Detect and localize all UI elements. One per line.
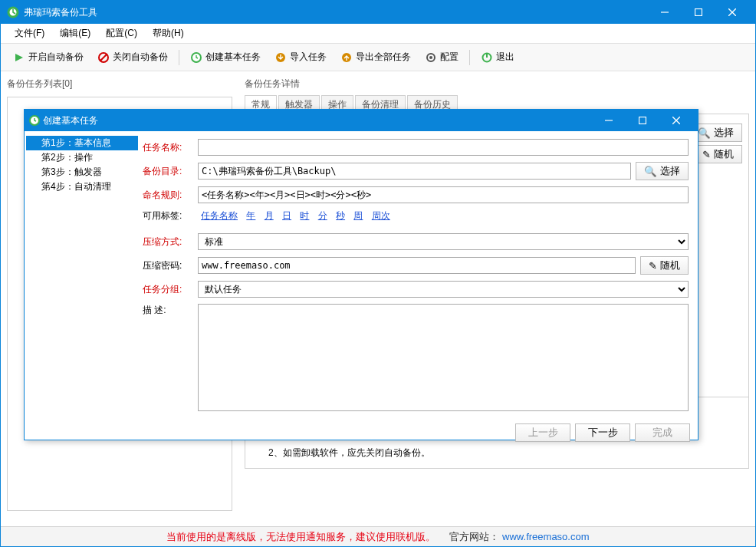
tbtn-label: 开启自动备份 — [28, 51, 84, 64]
prev-step-button[interactable]: 上一步 — [515, 423, 570, 442]
task-detail-header: 备份任务详情 — [245, 76, 749, 92]
edit-icon: ✎ — [649, 260, 657, 272]
tbtn-label: 配置 — [440, 51, 459, 64]
tag-hour[interactable]: 时 — [300, 210, 309, 221]
app-icon — [7, 6, 19, 18]
play-icon — [13, 51, 25, 64]
menu-edit[interactable]: 编辑(E) — [52, 25, 98, 42]
svg-rect-17 — [639, 117, 646, 124]
menubar: 文件(F) 编辑(E) 配置(C) 帮助(H) — [1, 24, 755, 44]
create-task-button[interactable]: 创建基本任务 — [184, 48, 267, 67]
naming-rule-label: 命名规则: — [143, 189, 193, 202]
browse-dir-button[interactable]: 🔍 选择 — [636, 162, 689, 180]
separator — [179, 50, 179, 65]
btn-label: 随机 — [660, 259, 680, 272]
task-group-select[interactable]: 默认任务 — [198, 281, 689, 298]
tag-weeknum[interactable]: 周次 — [372, 210, 390, 221]
dialog-minimize-button[interactable] — [592, 109, 626, 132]
offline-warning: 当前使用的是离线版，无法使用通知服务，建议使用联机版。 — [166, 530, 436, 544]
backup-dir-label: 备份目录: — [143, 165, 193, 178]
clock-icon — [190, 51, 202, 64]
svg-line-7 — [100, 54, 107, 61]
separator — [469, 50, 470, 65]
search-icon: 🔍 — [698, 127, 711, 139]
task-list-header: 备份任务列表[0] — [7, 76, 232, 92]
next-step-button[interactable]: 下一步 — [575, 423, 630, 442]
exit-icon — [481, 51, 493, 64]
dialog-title: 创建基本任务 — [43, 114, 592, 127]
create-task-dialog: 创建基本任务 第1步：基本信息 第2步：操作 第3步：触发器 第4步：自动清理 … — [24, 109, 698, 440]
btn-label: 随机 — [714, 147, 734, 161]
window-title: 弗瑞玛索备份工具 — [24, 6, 648, 19]
exit-button[interactable]: 退出 — [475, 48, 521, 67]
tag-taskname[interactable]: 任务名称 — [201, 210, 238, 221]
tag-minute[interactable]: 分 — [318, 210, 327, 221]
tag-month[interactable]: 月 — [265, 210, 274, 221]
step-basic-info[interactable]: 第1步：基本信息 — [26, 136, 138, 150]
tbtn-label: 导入任务 — [290, 51, 327, 64]
import-task-button[interactable]: 导入任务 — [268, 48, 333, 67]
menu-file[interactable]: 文件(F) — [7, 25, 52, 42]
config-button[interactable]: 配置 — [419, 48, 465, 67]
search-icon: 🔍 — [644, 166, 657, 177]
tbtn-label: 导出全部任务 — [356, 51, 411, 64]
step-action[interactable]: 第2步：操作 — [26, 150, 138, 165]
clock-icon — [29, 115, 40, 126]
svg-marker-5 — [15, 54, 23, 61]
desc-textarea[interactable] — [198, 304, 689, 411]
dialog-close-button[interactable] — [659, 109, 693, 132]
svg-point-12 — [429, 56, 432, 59]
start-auto-backup-button[interactable]: 开启自动备份 — [7, 48, 90, 67]
statusbar: 当前使用的是离线版，无法使用通知服务，建议使用联机版。 官方网站： www.fr… — [1, 526, 755, 546]
import-icon — [274, 51, 287, 64]
gear-icon — [425, 51, 437, 64]
compress-pwd-label: 压缩密码: — [143, 259, 193, 272]
btn-label: 选择 — [714, 126, 734, 140]
minimize-button[interactable] — [648, 1, 682, 24]
random-pwd-button[interactable]: ✎ 随机 — [640, 256, 689, 275]
task-name-label: 任务名称: — [143, 141, 193, 154]
tags-label: 可用标签: — [143, 209, 193, 222]
compress-label: 压缩方式: — [143, 236, 193, 249]
dialog-maximize-button[interactable] — [626, 109, 659, 132]
toolbar: 开启自动备份 关闭自动备份 创建基本任务 导入任务 导出全部任务 配置 退出 — [1, 44, 755, 71]
tag-week[interactable]: 周 — [353, 210, 363, 221]
finish-button[interactable]: 完成 — [635, 423, 690, 442]
stop-auto-backup-button[interactable]: 关闭自动备份 — [91, 48, 174, 67]
tbtn-label: 关闭自动备份 — [113, 51, 168, 64]
tag-second[interactable]: 秒 — [336, 210, 345, 221]
menu-help[interactable]: 帮助(H) — [145, 25, 192, 42]
tbtn-label: 创建基本任务 — [205, 51, 261, 64]
detail-random-button[interactable]: ✎ 随机 — [694, 145, 742, 163]
dialog-titlebar: 创建基本任务 — [25, 110, 698, 131]
compress-select[interactable]: 标准 — [198, 233, 689, 250]
menu-config[interactable]: 配置(C) — [98, 25, 145, 42]
step-trigger[interactable]: 第3步：触发器 — [26, 165, 138, 180]
desc-label: 描 述: — [143, 304, 193, 317]
tag-year[interactable]: 年 — [246, 210, 255, 221]
export-task-button[interactable]: 导出全部任务 — [334, 48, 417, 67]
export-icon — [340, 51, 353, 64]
site-link[interactable]: www.freemaso.com — [502, 531, 589, 542]
tag-day[interactable]: 日 — [282, 210, 291, 221]
close-button[interactable] — [715, 1, 749, 24]
titlebar: 弗瑞玛索备份工具 — [1, 1, 755, 24]
step-list: 第1步：基本信息 第2步：操作 第3步：触发器 第4步：自动清理 — [25, 131, 140, 419]
tbtn-label: 退出 — [496, 51, 514, 64]
maximize-button[interactable] — [682, 1, 715, 24]
btn-label: 选择 — [660, 164, 680, 178]
step-cleanup[interactable]: 第4步：自动清理 — [26, 180, 138, 194]
site-label: 官方网站： — [449, 531, 499, 542]
task-name-input[interactable] — [198, 139, 689, 156]
task-group-label: 任务分组: — [143, 283, 193, 296]
compress-pwd-input[interactable] — [198, 257, 636, 274]
edit-icon: ✎ — [702, 149, 711, 160]
svg-rect-2 — [695, 9, 702, 16]
backup-dir-input[interactable] — [198, 163, 631, 180]
stop-icon — [97, 51, 110, 64]
naming-rule-input[interactable] — [198, 186, 689, 203]
